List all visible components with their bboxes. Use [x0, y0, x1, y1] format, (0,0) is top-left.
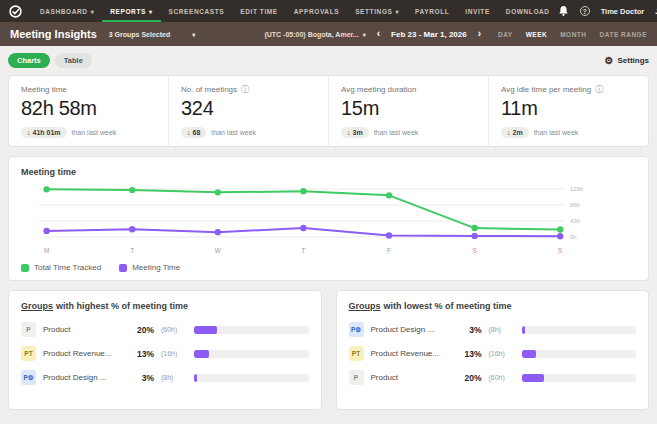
period-day[interactable]: DAY: [498, 31, 513, 38]
svg-text:43h: 43h: [570, 218, 580, 224]
chart-title: Meeting time: [21, 167, 636, 177]
down-arrow-icon: ↓: [27, 129, 31, 136]
group-row-product-design[interactable]: P⚙Product Design ...3%(8h): [349, 322, 637, 337]
group-row-product-revenue[interactable]: PTProduct Revenue...13%(16h): [349, 346, 637, 361]
legend-item-total-time-tracked[interactable]: Total Time Tracked: [21, 263, 101, 272]
nav-item-reports[interactable]: REPORTS▾: [102, 0, 160, 22]
chevron-down-icon: ▾: [363, 31, 366, 38]
groups-title-rest: with lowest % of meeting time: [384, 301, 512, 311]
svg-text:T: T: [301, 247, 305, 254]
group-row-product-design[interactable]: P⚙Product Design ...3%(8h): [21, 370, 309, 385]
svg-text:M: M: [44, 247, 49, 254]
kpi-value: 82h 58m: [21, 97, 156, 120]
view-toggle-row: Charts Table ⚙ Settings: [8, 53, 649, 68]
meeting-time-line-chart: 0h43h86h129hMTWTFSS: [21, 181, 636, 261]
nav-item-settings[interactable]: SETTINGS▾: [347, 0, 407, 22]
down-arrow-icon: ↓: [507, 129, 511, 136]
info-icon[interactable]: ⓘ: [241, 86, 249, 94]
groups-title-term[interactable]: Groups: [21, 301, 53, 311]
svg-text:T: T: [130, 247, 134, 254]
group-name: Product: [371, 373, 449, 382]
group-avatar: P: [21, 322, 36, 337]
svg-text:0h: 0h: [570, 234, 577, 240]
kpi-meeting-time: Meeting time ⓘ 82h 58m ↓41h 01m than las…: [9, 76, 168, 146]
group-percent: 3%: [456, 325, 482, 335]
groups-title-term[interactable]: Groups: [349, 301, 381, 311]
timezone-dropdown[interactable]: (UTC -05:00) Bogota, Amer... ▾: [264, 31, 365, 38]
group-hours: (60h): [489, 374, 515, 381]
main-content: Charts Table ⚙ Settings Meeting time ⓘ 8…: [0, 46, 657, 410]
kpi-value: 15m: [341, 97, 476, 120]
company-name[interactable]: Time Doctor: [601, 7, 645, 16]
legend-item-meeting-time[interactable]: Meeting Time: [119, 263, 180, 272]
group-percent: 13%: [456, 349, 482, 359]
kpi-summary-card: Meeting time ⓘ 82h 58m ↓41h 01m than las…: [8, 75, 649, 147]
help-icon[interactable]: ?: [580, 6, 590, 16]
group-bar-fill: [194, 350, 209, 358]
top-nav-items: DASHBOARD▾REPORTS▾SCREENCASTSEDIT TIMEAP…: [32, 0, 558, 22]
group-avatar: P⚙: [21, 370, 36, 385]
period-month[interactable]: MONTH: [560, 31, 586, 38]
next-period-arrow[interactable]: ›: [478, 29, 481, 39]
top-right-cluster: ? Time Doctor Jorge P JP: [558, 0, 657, 22]
group-percent: 20%: [128, 325, 154, 335]
kpi-avg-idle-time: Avg idle time per meeting ⓘ 11m ↓2m than…: [488, 76, 648, 146]
nav-item-approvals[interactable]: APPROVALS: [286, 0, 347, 22]
notifications-bell-icon[interactable]: [558, 5, 569, 17]
group-hours: (16h): [489, 350, 515, 357]
group-bar-fill: [522, 326, 525, 334]
group-bar-track: [194, 350, 309, 358]
kpi-label: Meeting time: [21, 85, 67, 94]
nav-item-dashboard[interactable]: DASHBOARD▾: [32, 0, 102, 22]
date-range-label[interactable]: Feb 23 - Mar 1, 2026: [391, 30, 467, 39]
svg-text:S: S: [558, 247, 562, 254]
meeting-time-chart-card: Meeting time 0h43h86h129hMTWTFSS Total T…: [8, 156, 649, 281]
header-right-cluster: (UTC -05:00) Bogota, Amer... ▾ ‹ Feb 23 …: [264, 29, 647, 39]
groups-title-rest: with highest % of meeting time: [56, 301, 188, 311]
svg-text:129h: 129h: [570, 186, 583, 192]
period-date-range[interactable]: DATE RANGE: [600, 31, 648, 38]
groups-lowest-rows: P⚙Product Design ...3%(8h)PTProduct Reve…: [349, 322, 637, 385]
chart-legend: Total Time TrackedMeeting Time: [21, 263, 636, 272]
groups-lowest-card: Groupswith lowest % of meeting time P⚙Pr…: [336, 290, 650, 410]
group-bar-fill: [522, 374, 545, 382]
nav-item-payroll[interactable]: PAYROLL: [407, 0, 457, 22]
group-percent: 13%: [128, 349, 154, 359]
settings-button[interactable]: ⚙ Settings: [604, 56, 649, 66]
group-bar-track: [522, 350, 637, 358]
kpi-delta-badge: ↓41h 01m: [21, 127, 67, 138]
prev-period-arrow[interactable]: ‹: [377, 29, 380, 39]
groups-highest-card: Groupswith highest % of meeting time PPr…: [8, 290, 322, 410]
down-arrow-icon: ↓: [187, 129, 191, 136]
period-week[interactable]: WEEK: [526, 31, 548, 38]
nav-item-invite[interactable]: INVITE: [457, 0, 498, 22]
nav-item-screencasts[interactable]: SCREENCASTS: [161, 0, 233, 22]
group-bar-fill: [194, 326, 217, 334]
kpi-delta-suffix: than last week: [72, 129, 117, 136]
info-icon[interactable]: ⓘ: [595, 86, 603, 94]
group-avatar: P: [349, 370, 364, 385]
group-bar-fill: [522, 350, 537, 358]
group-name: Product Revenue...: [43, 349, 121, 358]
nav-item-edit-time[interactable]: EDIT TIME: [232, 0, 286, 22]
legend-swatch: [21, 264, 29, 272]
group-percent: 20%: [456, 373, 482, 383]
groups-highest-rows: PProduct20%(60h)PTProduct Revenue...13%(…: [21, 322, 309, 385]
group-row-product-revenue[interactable]: PTProduct Revenue...13%(16h): [21, 346, 309, 361]
kpi-delta-suffix: than last week: [374, 129, 419, 136]
charts-view-toggle[interactable]: Charts: [8, 53, 50, 68]
group-row-product[interactable]: PProduct20%(60h): [349, 370, 637, 385]
kpi-avg-meeting-duration: Avg meeting duration ⓘ 15m ↓3m than last…: [328, 76, 488, 146]
kpi-no-of-meetings: No. of meetings ⓘ 324 ↓68 than last week: [168, 76, 328, 146]
kpi-label: No. of meetings: [181, 85, 237, 94]
groups-filter-dropdown[interactable]: 3 Groups Selected ▾: [109, 31, 195, 38]
legend-swatch: [119, 264, 127, 272]
table-view-toggle[interactable]: Table: [55, 53, 92, 68]
group-row-product[interactable]: PProduct20%(60h): [21, 322, 309, 337]
timedoctor-logo-icon: [9, 5, 22, 18]
group-hours: (60h): [161, 326, 187, 333]
app-logo[interactable]: [9, 0, 22, 22]
nav-item-download[interactable]: DOWNLOAD: [498, 0, 558, 22]
group-avatar: PT: [349, 346, 364, 361]
group-hours: (8h): [161, 374, 187, 381]
